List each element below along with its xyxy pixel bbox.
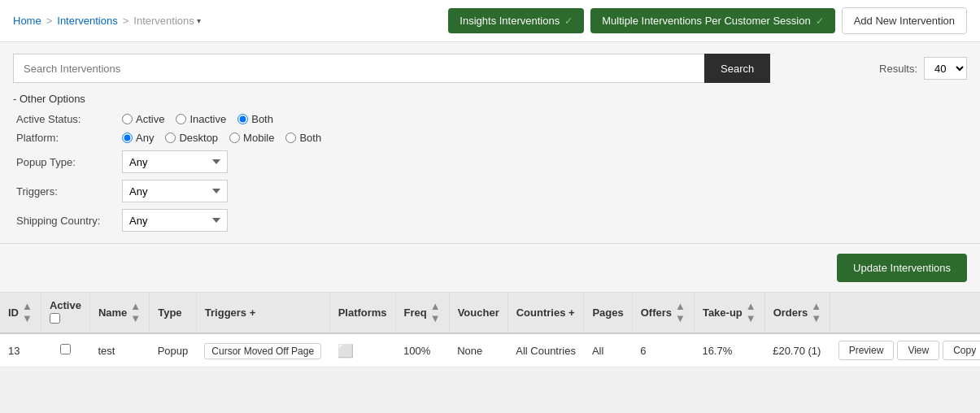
active-status-label: Active Status: [16,113,114,125]
table-header: ID ▲▼ Active Name [0,293,980,333]
filter-grid: Active Status: Active Inactive Both Plat… [13,113,967,232]
offers-sort-arrows: ▲▼ [675,301,686,324]
row-active-checkbox[interactable] [60,344,71,354]
col-name[interactable]: Name ▲▼ [89,293,149,333]
platform-radio-group: Any Desktop Mobile Both [122,132,321,144]
interventions-table: ID ▲▼ Active Name [0,293,980,367]
select-all-checkbox[interactable] [50,313,60,324]
update-interventions-button[interactable]: Update Interventions [837,254,967,282]
col-orders[interactable]: Orders ▲▼ [764,293,830,333]
row-freq: 100% [395,333,449,367]
shipping-country-select[interactable]: Any [122,209,228,232]
copy-button[interactable]: Copy [943,341,980,360]
monitor-icon: ⬜ [338,344,354,358]
triggers-label: Triggers: [16,185,114,198]
col-pages: Pages [584,293,632,333]
breadcrumb-home[interactable]: Home [13,15,41,27]
results-label: Results: [879,63,917,75]
active-status-radio-group: Active Inactive Both [122,113,273,125]
breadcrumb-interventions-link[interactable]: Interventions [57,15,117,27]
other-options-toggle[interactable]: - Other Options [13,93,85,105]
row-takeup: 16.7% [694,333,764,367]
orders-sort-arrows: ▲▼ [811,301,821,324]
platform-row: Platform: Any Desktop Mobile Both [16,132,967,144]
row-voucher: None [449,333,507,367]
row-type: Popup [150,333,197,367]
popup-type-row: Popup Type: Any [16,150,967,173]
search-input[interactable] [13,54,704,83]
takeup-sort-arrows: ▲▼ [746,301,756,324]
platform-both[interactable]: Both [285,132,321,144]
row-trigger: Cursor Moved Off Page [196,333,329,367]
row-countries: All Countries [507,333,584,367]
col-triggers: Triggers + [196,293,329,333]
freq-sort-arrows: ▲▼ [430,301,441,324]
check-icon-2: ✓ [816,15,824,27]
id-sort-arrows: ▲▼ [22,301,33,324]
platform-any[interactable]: Any [122,132,154,144]
platform-label: Platform: [16,132,114,144]
row-actions: Preview View Copy Edit [830,333,980,367]
name-sort-arrows: ▲▼ [130,301,141,324]
action-buttons: Preview View Copy Edit [838,341,980,360]
row-pages: All [584,333,632,367]
view-button[interactable]: View [897,341,939,360]
col-id[interactable]: ID ▲▼ [0,293,41,333]
trigger-badge: Cursor Moved Off Page [204,343,321,359]
table-body: 13 test Popup Cursor Moved Off Page ⬜ 10… [0,333,980,367]
multiple-interventions-button[interactable]: Multiple Interventions Per Customer Sess… [590,8,835,33]
breadcrumb: Home > Interventions > Interventions ▾ [13,15,201,27]
row-platform: ⬜ [329,333,395,367]
platform-mobile[interactable]: Mobile [229,132,274,144]
shipping-country-row: Shipping Country: Any [16,209,967,232]
insights-interventions-button[interactable]: Insights Interventions ✓ [448,8,584,33]
col-freq[interactable]: Freq ▲▼ [395,293,449,333]
col-actions [830,293,980,333]
update-row: Update Interventions [0,244,980,293]
breadcrumb-sep2: > [123,15,129,27]
check-icon: ✓ [564,15,573,27]
header-actions: Insights Interventions ✓ Multiple Interv… [448,7,967,34]
chevron-down-icon: ▾ [197,16,201,25]
col-takeup[interactable]: Take-up ▲▼ [694,293,764,333]
breadcrumb-sep1: > [46,15,53,27]
active-status-both[interactable]: Both [237,113,273,125]
add-new-intervention-button[interactable]: Add New Intervention [842,7,967,34]
search-button[interactable]: Search [704,54,770,83]
active-status-row: Active Status: Active Inactive Both [16,113,967,125]
shipping-country-label: Shipping Country: [16,215,114,227]
row-orders: £20.70 (1) [764,333,830,367]
filter-section: Search Results: 40 - Other Options Activ… [0,42,980,244]
active-status-inactive[interactable]: Inactive [176,113,226,125]
breadcrumb-current[interactable]: Interventions ▾ [133,15,200,27]
results-area: Results: 40 [879,57,967,80]
header-bar: Home > Interventions > Interventions ▾ I… [0,0,980,42]
triggers-row: Triggers: Any [16,180,967,202]
row-name: test [89,333,149,367]
popup-type-label: Popup Type: [16,156,114,168]
col-countries: Countries + [507,293,584,333]
table-row: 13 test Popup Cursor Moved Off Page ⬜ 10… [0,333,980,367]
interventions-table-container: ID ▲▼ Active Name [0,293,980,367]
search-row: Search Results: 40 [13,54,967,83]
results-select[interactable]: 40 [924,57,967,80]
col-active: Active [41,293,89,333]
col-offers[interactable]: Offers ▲▼ [632,293,694,333]
row-active [41,333,89,367]
col-platforms: Platforms [329,293,395,333]
preview-button[interactable]: Preview [838,341,895,360]
triggers-select[interactable]: Any [122,180,228,202]
row-id: 13 [0,333,41,367]
platform-desktop[interactable]: Desktop [165,132,218,144]
active-status-active[interactable]: Active [122,113,164,125]
col-voucher: Voucher [449,293,507,333]
col-type: Type [150,293,197,333]
popup-type-select[interactable]: Any [122,150,228,173]
row-offers: 6 [632,333,694,367]
